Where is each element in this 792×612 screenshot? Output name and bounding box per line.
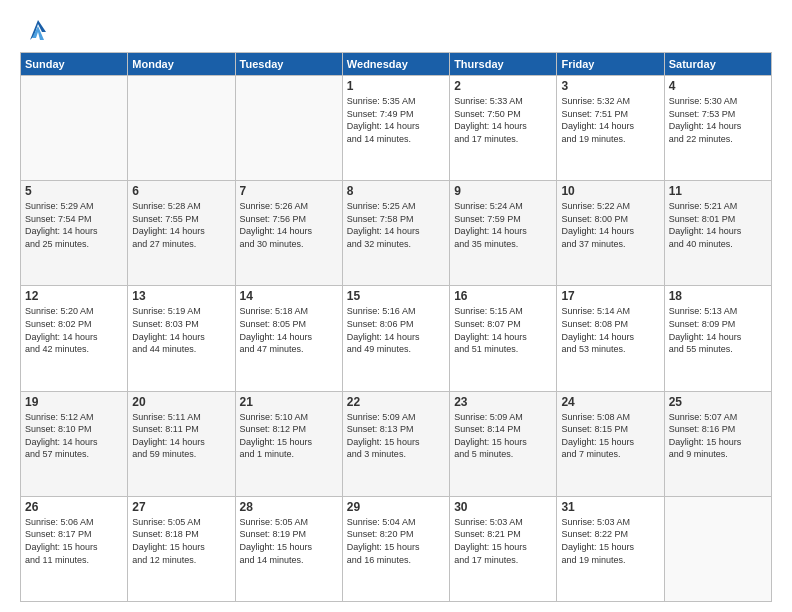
day-info: Sunrise: 5:33 AM Sunset: 7:50 PM Dayligh… [454,95,552,145]
day-number: 17 [561,289,659,303]
day-info: Sunrise: 5:16 AM Sunset: 8:06 PM Dayligh… [347,305,445,355]
day-cell: 24Sunrise: 5:08 AM Sunset: 8:15 PM Dayli… [557,391,664,496]
day-cell [128,76,235,181]
day-number: 30 [454,500,552,514]
day-info: Sunrise: 5:05 AM Sunset: 8:19 PM Dayligh… [240,516,338,566]
day-info: Sunrise: 5:21 AM Sunset: 8:01 PM Dayligh… [669,200,767,250]
day-number: 1 [347,79,445,93]
day-cell: 23Sunrise: 5:09 AM Sunset: 8:14 PM Dayli… [450,391,557,496]
week-row-2: 12Sunrise: 5:20 AM Sunset: 8:02 PM Dayli… [21,286,772,391]
day-header-saturday: Saturday [664,53,771,76]
day-cell: 29Sunrise: 5:04 AM Sunset: 8:20 PM Dayli… [342,496,449,601]
week-row-0: 1Sunrise: 5:35 AM Sunset: 7:49 PM Daylig… [21,76,772,181]
day-header-thursday: Thursday [450,53,557,76]
day-info: Sunrise: 5:28 AM Sunset: 7:55 PM Dayligh… [132,200,230,250]
day-cell: 26Sunrise: 5:06 AM Sunset: 8:17 PM Dayli… [21,496,128,601]
day-number: 23 [454,395,552,409]
day-number: 7 [240,184,338,198]
day-cell: 7Sunrise: 5:26 AM Sunset: 7:56 PM Daylig… [235,181,342,286]
day-cell: 4Sunrise: 5:30 AM Sunset: 7:53 PM Daylig… [664,76,771,181]
day-info: Sunrise: 5:25 AM Sunset: 7:58 PM Dayligh… [347,200,445,250]
day-info: Sunrise: 5:22 AM Sunset: 8:00 PM Dayligh… [561,200,659,250]
calendar-body: 1Sunrise: 5:35 AM Sunset: 7:49 PM Daylig… [21,76,772,602]
calendar-header: SundayMondayTuesdayWednesdayThursdayFrid… [21,53,772,76]
day-info: Sunrise: 5:12 AM Sunset: 8:10 PM Dayligh… [25,411,123,461]
day-info: Sunrise: 5:18 AM Sunset: 8:05 PM Dayligh… [240,305,338,355]
day-header-sunday: Sunday [21,53,128,76]
day-cell: 8Sunrise: 5:25 AM Sunset: 7:58 PM Daylig… [342,181,449,286]
day-cell: 30Sunrise: 5:03 AM Sunset: 8:21 PM Dayli… [450,496,557,601]
day-number: 26 [25,500,123,514]
day-number: 24 [561,395,659,409]
day-number: 25 [669,395,767,409]
day-number: 8 [347,184,445,198]
day-cell: 14Sunrise: 5:18 AM Sunset: 8:05 PM Dayli… [235,286,342,391]
day-cell: 11Sunrise: 5:21 AM Sunset: 8:01 PM Dayli… [664,181,771,286]
day-info: Sunrise: 5:11 AM Sunset: 8:11 PM Dayligh… [132,411,230,461]
day-cell [664,496,771,601]
week-row-4: 26Sunrise: 5:06 AM Sunset: 8:17 PM Dayli… [21,496,772,601]
day-cell: 17Sunrise: 5:14 AM Sunset: 8:08 PM Dayli… [557,286,664,391]
day-number: 27 [132,500,230,514]
day-info: Sunrise: 5:09 AM Sunset: 8:13 PM Dayligh… [347,411,445,461]
day-cell: 9Sunrise: 5:24 AM Sunset: 7:59 PM Daylig… [450,181,557,286]
day-number: 9 [454,184,552,198]
day-cell: 19Sunrise: 5:12 AM Sunset: 8:10 PM Dayli… [21,391,128,496]
day-cell: 31Sunrise: 5:03 AM Sunset: 8:22 PM Dayli… [557,496,664,601]
day-number: 20 [132,395,230,409]
day-number: 18 [669,289,767,303]
header [20,16,772,44]
day-info: Sunrise: 5:15 AM Sunset: 8:07 PM Dayligh… [454,305,552,355]
day-cell: 18Sunrise: 5:13 AM Sunset: 8:09 PM Dayli… [664,286,771,391]
day-info: Sunrise: 5:19 AM Sunset: 8:03 PM Dayligh… [132,305,230,355]
day-number: 16 [454,289,552,303]
day-info: Sunrise: 5:35 AM Sunset: 7:49 PM Dayligh… [347,95,445,145]
day-number: 6 [132,184,230,198]
day-info: Sunrise: 5:10 AM Sunset: 8:12 PM Dayligh… [240,411,338,461]
day-number: 21 [240,395,338,409]
day-cell: 12Sunrise: 5:20 AM Sunset: 8:02 PM Dayli… [21,286,128,391]
day-cell: 25Sunrise: 5:07 AM Sunset: 8:16 PM Dayli… [664,391,771,496]
day-number: 5 [25,184,123,198]
day-cell: 5Sunrise: 5:29 AM Sunset: 7:54 PM Daylig… [21,181,128,286]
day-info: Sunrise: 5:03 AM Sunset: 8:21 PM Dayligh… [454,516,552,566]
day-number: 28 [240,500,338,514]
day-info: Sunrise: 5:06 AM Sunset: 8:17 PM Dayligh… [25,516,123,566]
day-info: Sunrise: 5:13 AM Sunset: 8:09 PM Dayligh… [669,305,767,355]
day-number: 13 [132,289,230,303]
day-cell: 10Sunrise: 5:22 AM Sunset: 8:00 PM Dayli… [557,181,664,286]
day-header-wednesday: Wednesday [342,53,449,76]
day-info: Sunrise: 5:30 AM Sunset: 7:53 PM Dayligh… [669,95,767,145]
day-info: Sunrise: 5:32 AM Sunset: 7:51 PM Dayligh… [561,95,659,145]
page: SundayMondayTuesdayWednesdayThursdayFrid… [0,0,792,612]
day-cell: 28Sunrise: 5:05 AM Sunset: 8:19 PM Dayli… [235,496,342,601]
day-cell: 21Sunrise: 5:10 AM Sunset: 8:12 PM Dayli… [235,391,342,496]
day-info: Sunrise: 5:03 AM Sunset: 8:22 PM Dayligh… [561,516,659,566]
logo-icon [24,16,52,44]
day-number: 22 [347,395,445,409]
day-info: Sunrise: 5:09 AM Sunset: 8:14 PM Dayligh… [454,411,552,461]
day-cell: 20Sunrise: 5:11 AM Sunset: 8:11 PM Dayli… [128,391,235,496]
day-cell: 22Sunrise: 5:09 AM Sunset: 8:13 PM Dayli… [342,391,449,496]
day-cell: 3Sunrise: 5:32 AM Sunset: 7:51 PM Daylig… [557,76,664,181]
day-info: Sunrise: 5:05 AM Sunset: 8:18 PM Dayligh… [132,516,230,566]
day-info: Sunrise: 5:29 AM Sunset: 7:54 PM Dayligh… [25,200,123,250]
day-number: 12 [25,289,123,303]
day-number: 29 [347,500,445,514]
day-info: Sunrise: 5:07 AM Sunset: 8:16 PM Dayligh… [669,411,767,461]
day-number: 19 [25,395,123,409]
week-row-1: 5Sunrise: 5:29 AM Sunset: 7:54 PM Daylig… [21,181,772,286]
day-info: Sunrise: 5:26 AM Sunset: 7:56 PM Dayligh… [240,200,338,250]
day-cell [21,76,128,181]
day-cell: 6Sunrise: 5:28 AM Sunset: 7:55 PM Daylig… [128,181,235,286]
week-row-3: 19Sunrise: 5:12 AM Sunset: 8:10 PM Dayli… [21,391,772,496]
day-header-tuesday: Tuesday [235,53,342,76]
day-cell [235,76,342,181]
day-cell: 1Sunrise: 5:35 AM Sunset: 7:49 PM Daylig… [342,76,449,181]
day-cell: 27Sunrise: 5:05 AM Sunset: 8:18 PM Dayli… [128,496,235,601]
day-info: Sunrise: 5:14 AM Sunset: 8:08 PM Dayligh… [561,305,659,355]
day-number: 3 [561,79,659,93]
day-cell: 13Sunrise: 5:19 AM Sunset: 8:03 PM Dayli… [128,286,235,391]
day-number: 10 [561,184,659,198]
day-info: Sunrise: 5:08 AM Sunset: 8:15 PM Dayligh… [561,411,659,461]
